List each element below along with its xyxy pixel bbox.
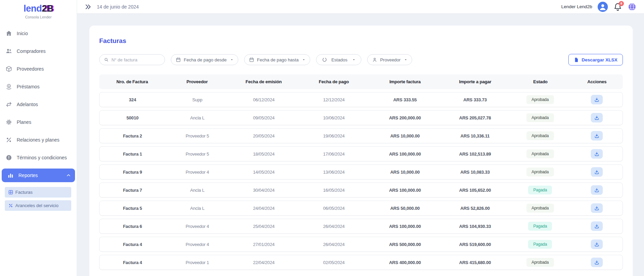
cell-proveedor: Proveedor 4	[165, 170, 229, 175]
topbar-right: Lender Lend2b 8	[561, 2, 636, 12]
cell-proveedor: Ancla L	[165, 188, 229, 193]
filter-label: Proveedor	[380, 57, 401, 62]
invoice-search[interactable]	[99, 54, 165, 65]
proveedor-dropdown[interactable]: Proveedor	[367, 54, 412, 65]
sidebar-item-planes[interactable]: Planes	[0, 113, 77, 131]
submenu-item-aranceles[interactable]: Aranceles del servicio	[5, 200, 71, 211]
bar-chart-icon	[7, 172, 14, 179]
cell-pago: 12/12/2024	[298, 97, 370, 102]
sidebar-item-compradores[interactable]: Compradores	[0, 42, 77, 60]
cell-pago: 02/05/2024	[298, 260, 370, 265]
download-icon	[594, 151, 599, 157]
cell-importe-pagar: ARS 102,513.89	[440, 151, 509, 157]
estados-dropdown[interactable]: Estados	[316, 54, 361, 65]
facturas-table: Nro. de Factura Proveedor Fecha de emisi…	[99, 74, 623, 270]
status-badge: Aprobada	[526, 113, 554, 122]
cell-numero: 50010	[100, 115, 165, 120]
sidebar-item-proveedores[interactable]: Proveedores	[0, 60, 77, 78]
cell-numero: Factura 6	[100, 224, 165, 229]
col-header: Acciones	[571, 79, 623, 84]
language-globe-button[interactable]	[628, 2, 636, 11]
row-download-button[interactable]	[591, 131, 603, 141]
row-download-button[interactable]	[591, 95, 603, 104]
fecha-hasta-dropdown[interactable]: Fecha de pago hasta	[244, 54, 310, 65]
user-avatar[interactable]	[598, 2, 608, 12]
cell-importe-pagar: ARS 205,027.78	[440, 115, 509, 120]
sidebar-item-adelantos[interactable]: Adelantos	[0, 96, 77, 113]
cell-emision: 06/12/2024	[229, 97, 298, 102]
row-download-button[interactable]	[591, 203, 603, 213]
row-download-button[interactable]	[591, 149, 603, 159]
cell-proveedor: Proveedor 5	[165, 151, 229, 157]
caret-down-icon	[404, 58, 407, 61]
caret-down-icon	[230, 58, 234, 61]
download-label: Descargar XLSX	[582, 57, 617, 62]
cell-emision: 14/05/2024	[229, 170, 298, 175]
cell-numero: Factura 1	[100, 151, 165, 157]
notification-badge: 8	[619, 1, 624, 6]
status-badge: Aprobada	[526, 131, 554, 140]
chevron-up-icon	[66, 173, 71, 178]
table-row: Factura 4 Proveedor 1 22/04/2024 02/05/2…	[99, 255, 623, 270]
status-badge: Aprobada	[526, 149, 554, 158]
cell-importe-pagar: ARS 519,600.00	[440, 242, 509, 247]
status-badge: Pagada	[528, 240, 552, 249]
main-area: 14 de junio de 2024 Lender Lend2b 8 Fact…	[77, 0, 644, 276]
cell-numero: Factura 7	[100, 188, 165, 193]
table-row: Factura 9 Proveedor 4 14/05/2024 13/06/2…	[99, 164, 623, 179]
calendar-icon	[249, 57, 254, 62]
status-badge: Pagada	[528, 186, 552, 194]
cell-emision: 27/01/2024	[229, 242, 298, 247]
sidebar-item-inicio[interactable]: Inicio	[0, 25, 77, 42]
sidebar-item-label: Relaciones y planes	[17, 137, 59, 143]
download-icon	[594, 170, 599, 175]
search-input[interactable]	[111, 57, 160, 62]
sidebar-item-terminos[interactable]: Términos y condiciones	[0, 149, 77, 166]
status-circle-icon	[322, 57, 327, 62]
row-download-button[interactable]	[591, 113, 603, 122]
cell-pago: 26/04/2024	[298, 224, 370, 229]
cell-importe-pagar: ARS 52,826.00	[440, 206, 509, 211]
cell-pago: 13/06/2024	[298, 170, 370, 175]
sidebar-item-prestamos[interactable]: $ Préstamos	[0, 78, 77, 96]
cell-importe: ARS 500,000.00	[370, 242, 441, 247]
sidebar-item-label: Compradores	[17, 48, 46, 54]
cell-pago: 17/06/2024	[298, 151, 370, 157]
sidebar-item-label: Reportes	[18, 173, 38, 178]
status-badge: Aprobada	[526, 95, 554, 104]
cell-importe: ARS 400,000.00	[370, 260, 441, 265]
cell-importe-pagar: ARS 10,336.11	[440, 133, 509, 139]
row-download-button[interactable]	[591, 185, 603, 195]
row-download-button[interactable]	[591, 258, 603, 267]
notifications-button[interactable]: 8	[613, 2, 622, 11]
cell-numero: 324	[100, 97, 165, 102]
sidebar-item-relaciones[interactable]: Relaciones y planes	[0, 131, 77, 149]
download-xlsx-button[interactable]: Descargar XLSX	[568, 54, 623, 66]
download-icon	[594, 133, 599, 139]
cell-importe-pagar: ARS 10,083.33	[440, 170, 509, 175]
row-download-button[interactable]	[591, 167, 603, 177]
table-row: Factura 1 Proveedor 5 18/05/2024 17/06/2…	[99, 146, 623, 161]
col-header: Importe a pagar	[440, 79, 510, 84]
submenu-item-facturas[interactable]: Facturas	[5, 187, 71, 198]
cell-importe: ARS 100,000.00	[370, 151, 441, 157]
cell-proveedor: Proveedor 4	[165, 224, 229, 229]
percent-icon	[5, 136, 12, 143]
reportes-submenu: Facturas Aranceles del servicio	[0, 184, 77, 211]
cell-proveedor: Ancla L	[165, 115, 229, 120]
download-icon	[594, 242, 599, 247]
logo-primary: lend	[24, 3, 42, 14]
sidebar-collapse-button[interactable]	[85, 3, 91, 10]
filter-label: Estados	[331, 57, 347, 62]
cell-pago: 16/05/2024	[298, 188, 370, 193]
current-date: 14 de junio de 2024	[97, 4, 139, 10]
sidebar-item-label: Préstamos	[17, 84, 40, 89]
cube-icon	[5, 66, 12, 72]
fecha-desde-dropdown[interactable]: Fecha de pago desde	[171, 54, 238, 65]
row-download-button[interactable]	[591, 239, 603, 249]
caret-down-icon	[352, 58, 356, 61]
page-title: Facturas	[99, 37, 623, 45]
row-download-button[interactable]	[591, 221, 603, 231]
sidebar-item-reportes[interactable]: Reportes	[2, 169, 75, 182]
col-header: Importe factura	[370, 79, 441, 84]
